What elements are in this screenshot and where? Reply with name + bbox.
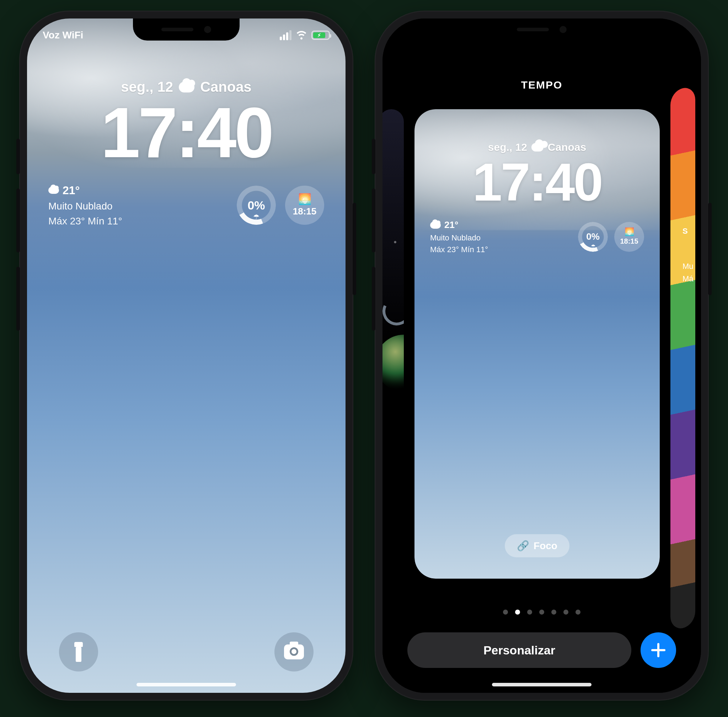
wallpaper-gallery: TEMPO • seg., 12 (382, 18, 701, 693)
condition-label: Muito Nublado (430, 232, 571, 244)
astronomy-wallpaper-icon (382, 335, 404, 392)
sunset-icon: 🌅 (624, 228, 634, 236)
flashlight-button[interactable] (59, 632, 98, 671)
temperature: 21° (444, 218, 458, 232)
customize-label: Personalizar (483, 643, 555, 657)
umbrella-icon: ☂ (591, 243, 595, 250)
volume-down-button[interactable] (16, 267, 20, 331)
wallpaper-card-current[interactable]: seg., 12 Canoas 17:40 21° (414, 109, 660, 579)
precip-percent: 0% (247, 198, 265, 212)
page-dot[interactable] (527, 610, 532, 615)
home-indicator[interactable] (137, 683, 236, 686)
customize-button[interactable]: Personalizar (407, 632, 631, 668)
link-icon: 🔗 (517, 540, 529, 552)
widgets-row: 21° Muito Nublado Máx 23° Mín 11° 0% ☂ (414, 218, 660, 255)
status-right: ⚡︎ (280, 30, 330, 40)
silent-switch[interactable] (16, 139, 20, 174)
date-widget: seg., 12 Canoas (488, 141, 586, 153)
widgets-row: 21° Muito Nublado Máx 23° Mín 11° 0% ☂ 🌅… (27, 182, 346, 229)
lock-preview: seg., 12 Canoas 17:40 21° (414, 109, 660, 579)
clock[interactable]: 17:40 (101, 97, 272, 168)
date-label: seg., 12 (488, 141, 527, 153)
screen: Voz WiFi ⚡︎ seg., 12 Canoas 17:40 (27, 18, 346, 693)
gallery-toolbar: Personalizar (382, 632, 701, 668)
carrier-label: Voz WiFi (43, 29, 83, 41)
page-dot[interactable] (503, 610, 508, 615)
page-dot[interactable] (551, 610, 556, 615)
cellular-signal-icon (280, 30, 291, 40)
peek-line-1: Mu (682, 260, 701, 272)
next-card-peek-text: S Mu Má (680, 225, 701, 285)
sunset-widget: 🌅 18:15 (614, 222, 644, 252)
cloud-icon (430, 221, 441, 229)
weather-widget[interactable]: 21° Muito Nublado Máx 23° Mín 11° (48, 182, 227, 229)
wallpaper-card-previous[interactable]: • (382, 109, 404, 579)
wallpaper-card-next[interactable] (670, 86, 695, 631)
page-dot[interactable] (576, 610, 580, 615)
temperature: 21° (62, 182, 80, 199)
wifi-icon (296, 31, 307, 40)
plus-icon (651, 643, 666, 657)
page-dot[interactable] (515, 610, 520, 615)
wallpaper-carousel[interactable]: • seg., 12 Canoas 17:40 (382, 104, 701, 584)
precipitation-widget: 0% ☂ (578, 222, 608, 252)
condition-label: Muito Nublado (48, 199, 227, 214)
camera-button[interactable] (274, 632, 314, 671)
precip-percent: 0% (586, 231, 600, 242)
temp-range: Máx 23° Mín 11° (430, 244, 571, 255)
silent-switch[interactable] (372, 139, 375, 174)
page-dot[interactable] (539, 610, 544, 615)
weather-widget: 21° Muito Nublado Máx 23° Mín 11° (430, 218, 571, 255)
sunset-time: 18:15 (293, 206, 317, 217)
volume-up-button[interactable] (372, 189, 375, 253)
side-button[interactable] (708, 203, 712, 295)
clock: 17:40 (472, 156, 602, 209)
volume-up-button[interactable] (16, 189, 20, 253)
temp-range: Máx 23° Mín 11° (48, 214, 227, 229)
notch (133, 18, 239, 41)
flashlight-icon (72, 642, 86, 662)
phone-wallpaper-gallery: TEMPO • seg., 12 (375, 11, 709, 701)
gallery-title: TEMPO (382, 79, 701, 91)
quick-actions (27, 632, 346, 671)
widget-peek-icon (382, 293, 404, 330)
side-button[interactable] (353, 203, 356, 295)
home-indicator[interactable] (492, 683, 591, 686)
peek-line-2: Má (682, 272, 701, 285)
peek-dot: • (394, 237, 397, 247)
cloud-icon (179, 82, 195, 93)
lock-screen-content: seg., 12 Canoas 17:40 21° Muito Nublado … (27, 18, 346, 693)
camera-icon (284, 644, 304, 659)
cloud-icon (48, 187, 59, 194)
page-dot[interactable] (564, 610, 568, 615)
focus-label: Foco (533, 540, 557, 552)
volume-down-button[interactable] (372, 267, 375, 331)
precipitation-widget[interactable]: 0% ☂ (237, 186, 276, 225)
charging-bolt-icon: ⚡︎ (317, 33, 321, 38)
cloud-icon (532, 143, 544, 151)
sunset-time: 18:15 (620, 237, 638, 246)
add-wallpaper-button[interactable] (641, 632, 676, 668)
battery-icon: ⚡︎ (311, 31, 330, 40)
umbrella-icon: ☂ (253, 213, 259, 221)
screen: TEMPO • seg., 12 (382, 18, 701, 693)
notch (489, 18, 595, 41)
page-indicator[interactable] (382, 610, 701, 615)
sunset-widget[interactable]: 🌅 18:15 (285, 186, 324, 225)
focus-link-button[interactable]: 🔗 Foco (505, 534, 570, 557)
location-label: Canoas (548, 141, 586, 153)
sunset-icon: 🌅 (298, 194, 311, 204)
phone-lockscreen: Voz WiFi ⚡︎ seg., 12 Canoas 17:40 (19, 11, 353, 701)
